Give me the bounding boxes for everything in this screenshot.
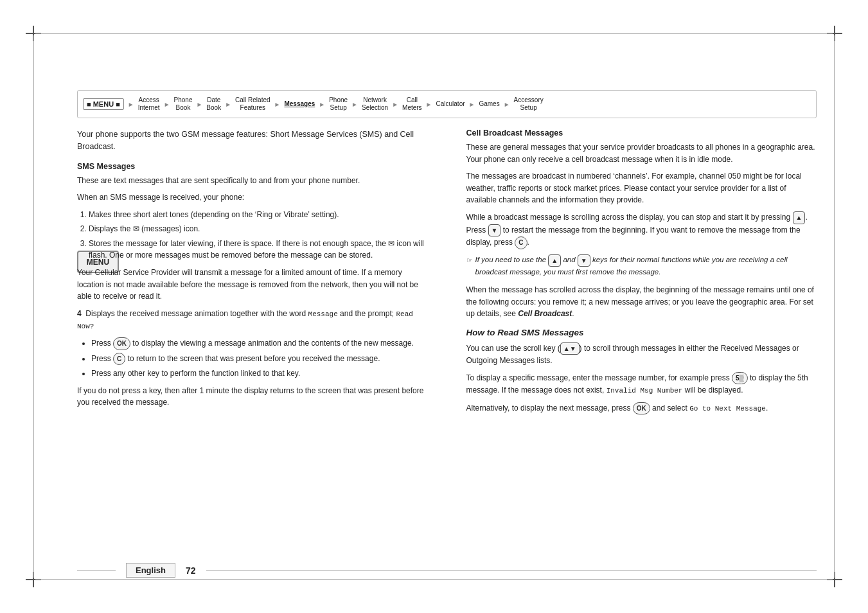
nav-bar: ■ MENU ■ ► AccessInternet ► PhoneBook ► …	[77, 90, 817, 118]
cell-note-block: ☞ If you need to use the ▲ and ▼ keys fo…	[466, 254, 817, 278]
nav-phone-setup[interactable]: PhoneSetup	[327, 96, 350, 112]
nav-network-selection[interactable]: NetworkSelection	[360, 96, 390, 112]
sms-list-item-2: Displays the ✉ (messages) icon.	[89, 223, 428, 235]
cell-para3: While a broadcast message is scrolling a…	[466, 211, 817, 249]
how-para2: To display a specific message, enter the…	[466, 372, 817, 397]
nav-accessory-setup[interactable]: AccessorySetup	[512, 96, 545, 112]
footer-page-number: 72	[186, 565, 196, 576]
footer-language: English	[126, 563, 175, 578]
nav-calculator[interactable]: Calculator	[434, 100, 467, 108]
sms-title: SMS Messages	[77, 162, 428, 171]
sms-bullet-2: Press C to return to the screen that was…	[91, 353, 428, 366]
nav-call-meters[interactable]: CallMeters	[400, 96, 424, 112]
left-column: Your phone supports the two GSM message …	[77, 129, 434, 549]
intro-text: Your phone supports the two GSM message …	[77, 129, 428, 153]
cell-note-text: If you need to use the ▲ and ▼ keys for …	[475, 254, 817, 278]
sms-list-item-1: Makes three short alert tones (depending…	[89, 209, 428, 221]
sms-bullet-3: Press any other key to perform the funct…	[91, 368, 428, 380]
sms-bullets-list: Press OK to display the viewing a messag…	[91, 337, 428, 380]
sms-bullet-1: Press OK to display the viewing a messag…	[91, 337, 428, 350]
sms-para4: If you do not press a key, then after 1 …	[77, 385, 428, 409]
footer: English 72	[77, 563, 817, 578]
cell-para4: When the message has scrolled across the…	[466, 284, 817, 320]
nav-phone-book[interactable]: PhoneBook	[172, 96, 195, 112]
cell-para2: The messages are broadcast in numbered ‘…	[466, 170, 817, 206]
how-para3: Alternatively, to display the next messa…	[466, 402, 817, 415]
border-left	[33, 35, 34, 578]
sms-para1: These are text messages that are sent sp…	[77, 175, 428, 187]
footer-line-left	[77, 570, 116, 571]
nav-date-book[interactable]: DateBook	[204, 96, 223, 112]
border-bottom	[35, 579, 833, 580]
border-right	[834, 35, 835, 578]
sms-list2-intro: 4 Displays the received message animatio…	[77, 308, 428, 332]
border-top	[35, 33, 833, 34]
sms-para3: Your Cellular Service Provider will tran…	[77, 267, 428, 303]
sms-para2: When an SMS message is received, your ph…	[77, 191, 428, 204]
sms-numbered-list: Makes three short alert tones (depending…	[89, 209, 428, 262]
nav-games[interactable]: Games	[477, 100, 501, 108]
how-para1: You can use the scroll key (▲▼) to scrol…	[466, 342, 817, 367]
crosshair-br	[827, 572, 842, 587]
footer-line-right	[206, 570, 817, 571]
nav-messages[interactable]: Messages	[282, 100, 317, 108]
nav-access-internet[interactable]: AccessInternet	[136, 96, 162, 112]
main-content: Your phone supports the two GSM message …	[77, 129, 817, 549]
cell-title: Cell Broadcast Messages	[466, 129, 817, 138]
sms-list-item-3: Stores the message for later viewing, if…	[89, 238, 428, 262]
nav-call-related[interactable]: Call RelatedFeatures	[233, 96, 272, 112]
note-icon: ☞	[466, 255, 473, 266]
cell-para1: These are general messages that your ser…	[466, 141, 817, 165]
how-title: How to Read SMS Messages	[466, 328, 817, 337]
menu-label: ■ MENU ■	[83, 98, 124, 110]
right-column: Cell Broadcast Messages These are genera…	[460, 129, 817, 549]
